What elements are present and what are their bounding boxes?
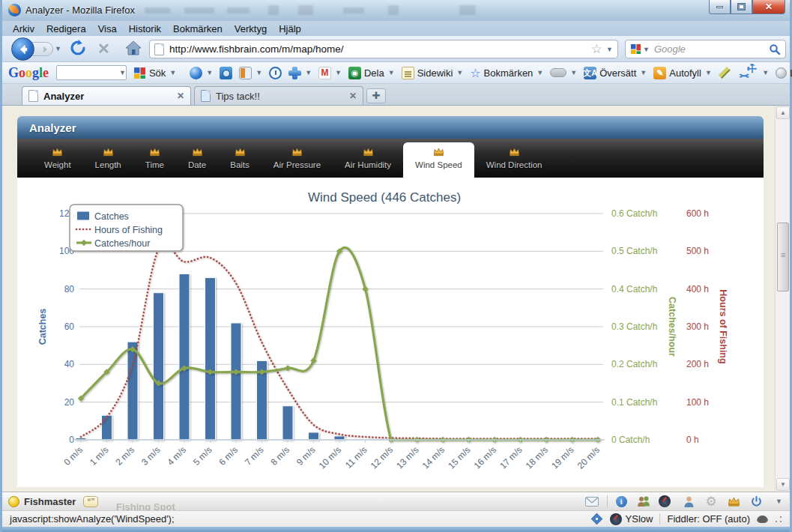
reload-button[interactable]: [70, 40, 86, 59]
dashboard-button[interactable]: [657, 495, 675, 509]
maximize-button[interactable]: [731, 0, 752, 14]
dropdown-icon[interactable]: ▼: [762, 69, 769, 76]
analyzer-tab-air-humidity[interactable]: Air Humidity: [333, 142, 403, 178]
analyzer-tab-length[interactable]: Length: [83, 142, 133, 178]
sidewiki-button[interactable]: Sidewiki▼: [402, 67, 464, 79]
scroll-up-button[interactable]: ▲: [776, 106, 790, 119]
logout-button[interactable]: [747, 495, 765, 509]
back-button[interactable]: [11, 37, 34, 61]
scrollbar-thumb[interactable]: [777, 223, 789, 291]
tab-analyzer[interactable]: Analyzer ✕: [22, 86, 191, 105]
chart-legend[interactable]: CatchesHours of FishingCatches/hour: [70, 205, 183, 251]
home-button[interactable]: [124, 40, 142, 59]
dropdown-icon[interactable]: ▼: [388, 69, 395, 76]
snapshot-button[interactable]: [220, 67, 232, 79]
resize-grip[interactable]: [775, 516, 782, 523]
analyzer-tab-time[interactable]: Time: [133, 142, 176, 178]
share-button[interactable]: ◉Dela▼: [348, 67, 395, 79]
history-dropdown-icon[interactable]: ▼: [55, 45, 61, 52]
legend-item-2[interactable]: Hours of Fishing: [94, 225, 163, 235]
tab-tips-tack[interactable]: Tips tack!! ✕: [194, 86, 363, 105]
minimize-button[interactable]: [709, 0, 731, 14]
x-label-13 m/s: 13 m/s: [394, 444, 420, 471]
analyzer-tab-air-pressure[interactable]: Air Pressure: [262, 142, 333, 178]
menu-hjlp[interactable]: Hjälp: [273, 22, 307, 36]
addon-bar: Fishing Spot Fishmaster “” i: [2, 492, 790, 510]
profile-button[interactable]: [680, 495, 698, 509]
bug-icon[interactable]: [758, 516, 767, 523]
bookmarks-button[interactable]: ☆Bokmärken▼: [470, 66, 543, 80]
highlighter-button[interactable]: [719, 67, 731, 79]
analyzer-tab-date[interactable]: Date: [176, 142, 218, 178]
settings-button[interactable]: ⚙: [702, 495, 720, 509]
close-tab-icon[interactable]: ✕: [349, 91, 357, 101]
search-box[interactable]: ▼: [625, 40, 786, 58]
overflow-dropdown-icon[interactable]: ▼: [776, 498, 782, 505]
toolbar-search-input[interactable]: [57, 67, 115, 78]
dropdown-icon[interactable]: ▼: [705, 69, 712, 76]
menu-historik[interactable]: Historik: [123, 22, 167, 36]
fishmaster-status-icon[interactable]: [8, 496, 19, 507]
add-gadget-button[interactable]: ▼: [288, 67, 312, 79]
legend-item-3[interactable]: Catches/hour: [94, 238, 150, 249]
menu-arkiv[interactable]: Arkiv: [7, 22, 40, 36]
dropdown-icon[interactable]: ▼: [206, 69, 213, 76]
mail-button[interactable]: [583, 495, 601, 509]
translate-button[interactable]: 文AÖversätt▼: [584, 67, 647, 79]
legend-item-1[interactable]: Catches: [94, 211, 129, 222]
stop-button[interactable]: ✕: [97, 40, 110, 58]
new-tab-button[interactable]: ✚: [366, 88, 386, 103]
engine-dropdown-icon[interactable]: ▼: [643, 46, 650, 53]
menu-verktyg[interactable]: Verktyg: [229, 22, 273, 36]
autofill-button[interactable]: ✎Autofyll▼: [653, 67, 712, 79]
premium-button[interactable]: [725, 495, 743, 509]
history-button[interactable]: [269, 67, 282, 79]
extension-button[interactable]: ▼: [550, 68, 577, 77]
analyzer-tab-wind-direction[interactable]: Wind Direction: [474, 142, 554, 178]
close-tab-icon[interactable]: ✕: [177, 91, 184, 101]
dropdown-icon[interactable]: ▼: [256, 69, 262, 76]
yslow-label[interactable]: YSlow: [626, 513, 653, 525]
dropdown-icon[interactable]: ▼: [536, 69, 543, 76]
search-engine-icon[interactable]: [630, 43, 641, 55]
yslow-icon[interactable]: [610, 513, 622, 525]
dropdown-icon[interactable]: ▼: [335, 69, 342, 76]
dropdown-icon[interactable]: ▼: [640, 69, 647, 76]
info-button[interactable]: i: [612, 495, 630, 509]
contacts-button[interactable]: [635, 495, 653, 509]
magnifier-icon[interactable]: [769, 43, 781, 55]
analyzer-tab-baits[interactable]: Baits: [218, 142, 262, 178]
combo-dropdown-icon[interactable]: ▼: [119, 69, 126, 76]
dropdown-icon[interactable]: ▼: [305, 69, 312, 76]
url-text[interactable]: http://www.fishbrain.com/m/map/home/: [169, 43, 591, 55]
menu-visa[interactable]: Visa: [92, 22, 123, 36]
titlebar[interactable]: Analyzer - Mozilla Firefox ✕: [2, 0, 790, 21]
gmail-button[interactable]: M▼: [318, 67, 342, 79]
close-button[interactable]: ✕: [752, 0, 785, 14]
toolbar-search-combo[interactable]: ▼: [56, 65, 127, 80]
geolocation-icon[interactable]: [590, 513, 602, 525]
search-button[interactable]: Sök ▼: [133, 67, 176, 79]
fiddler-label[interactable]: Fiddler: OFF (auto): [667, 513, 750, 525]
menu-bokmrken[interactable]: Bokmärken: [167, 22, 229, 36]
fishmaster-username[interactable]: Fishmaster: [24, 496, 76, 507]
scroll-down-button[interactable]: ▼: [776, 478, 790, 491]
login-button[interactable]: Logga in▼: [776, 67, 792, 79]
analyzer-tab-wind-speed[interactable]: Wind Speed: [403, 142, 474, 178]
chat-bubble-button[interactable]: “”: [83, 496, 98, 507]
web-search-input[interactable]: [654, 43, 769, 55]
translate-icon: 文A: [584, 67, 596, 79]
dropdown-icon[interactable]: ▼: [456, 69, 463, 76]
toolbar-options-button[interactable]: 🔧︎⚒︎▼: [737, 66, 769, 79]
dropdown-icon[interactable]: ▼: [570, 69, 577, 76]
dropdown-icon[interactable]: ▼: [169, 69, 176, 76]
analyzer-tab-weight[interactable]: Weight: [32, 142, 83, 178]
vertical-scrollbar[interactable]: ▲ ▼: [775, 106, 790, 492]
url-bar[interactable]: http://www.fishbrain.com/m/map/home/ ☆ ▼: [149, 40, 618, 58]
wind-speed-chart[interactable]: 0204060801001200 Catch/h0.1 Catch/h0.2 C…: [17, 178, 764, 487]
url-dropdown-icon[interactable]: ▼: [606, 46, 613, 53]
menu-redigera[interactable]: Redigera: [40, 22, 92, 36]
news-button[interactable]: ▼: [239, 67, 262, 79]
pagerank-button[interactable]: ▼: [190, 67, 213, 79]
bookmark-star-icon[interactable]: ☆: [591, 41, 602, 57]
